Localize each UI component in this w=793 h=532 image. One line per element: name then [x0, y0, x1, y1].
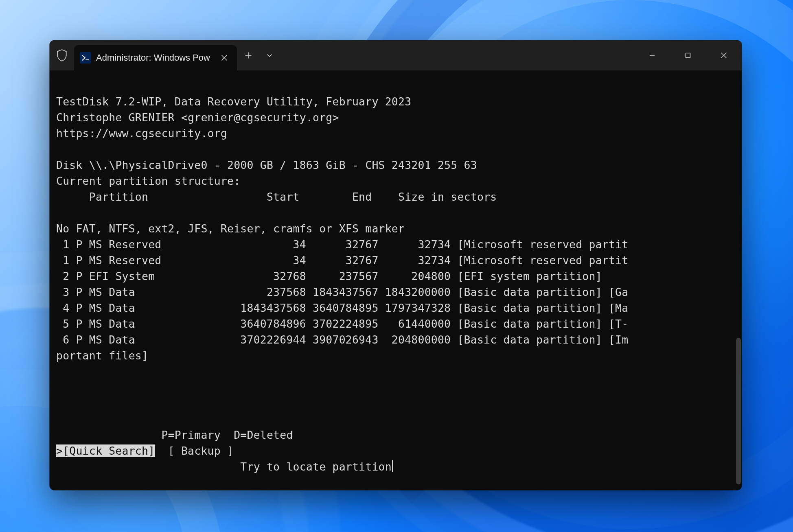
partition-row: 6 P MS Data 3702226944 3907026943 204800… [56, 333, 628, 346]
terminal-body[interactable]: TestDisk 7.2-WIP, Data Recovery Utility,… [50, 70, 742, 490]
author-line: Christophe GRENIER <grenier@cgsecurity.o… [56, 111, 339, 124]
partition-row: 1 P MS Reserved 34 32767 32734 [Microsof… [56, 238, 628, 251]
svg-rect-2 [686, 53, 690, 58]
new-tab-button[interactable] [237, 40, 260, 70]
structure-line: Current partition structure: [56, 175, 240, 187]
legend-line: P=Primary D=Deleted [56, 429, 293, 441]
tab-close-button[interactable] [217, 51, 231, 65]
text-cursor [392, 460, 393, 472]
scrollbar-thumb[interactable] [736, 338, 741, 484]
close-button[interactable] [706, 40, 742, 70]
partition-row: 5 P MS Data 3640784896 3702224895 614400… [56, 317, 628, 330]
tab-active[interactable]: Administrator: Windows Powe [74, 45, 237, 70]
titlebar[interactable]: Administrator: Windows Powe [50, 40, 742, 70]
titlebar-drag-region[interactable] [279, 40, 634, 70]
powershell-icon [80, 52, 91, 63]
minimize-button[interactable] [634, 40, 670, 70]
menu-row: >[Quick Search] [ Backup ] [56, 444, 234, 457]
admin-shield-icon [50, 40, 74, 70]
partition-row: 2 P EFI System 32768 237567 204800 [EFI … [56, 270, 602, 282]
no-marker-line: No FAT, NTFS, ext2, JFS, Reiser, cramfs … [56, 222, 405, 235]
program-line: TestDisk 7.2-WIP, Data Recovery Utility,… [56, 95, 411, 108]
menu-backup[interactable]: [ Backup ] [168, 444, 234, 457]
partition-row: 3 P MS Data 237568 1843437567 1843200000… [56, 286, 628, 298]
menu-quick-search[interactable]: >[Quick Search] [56, 444, 155, 457]
partition-row: 1 P MS Reserved 34 32767 32734 [Microsof… [56, 254, 628, 267]
tab-title: Administrator: Windows Powe [96, 53, 210, 63]
url-line: https://www.cgsecurity.org [56, 127, 227, 140]
maximize-button[interactable] [670, 40, 706, 70]
partition-wrap: portant files] [56, 349, 148, 362]
columns-line: Partition Start End Size in sectors [56, 190, 497, 203]
terminal-window: Administrator: Windows Powe TestDisk 7.2… [50, 40, 742, 490]
hint-line: Try to locate partition [56, 460, 392, 473]
tab-dropdown-button[interactable] [260, 40, 279, 70]
partition-row: 4 P MS Data 1843437568 3640784895 179734… [56, 302, 628, 314]
disk-line: Disk \\.\PhysicalDrive0 - 2000 GB / 1863… [56, 159, 477, 171]
